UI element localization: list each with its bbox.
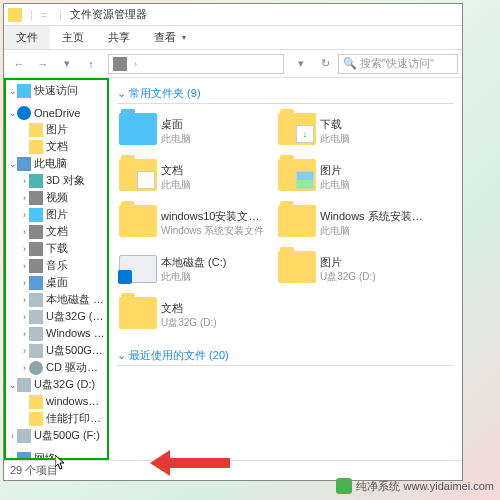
tree-item[interactable]: ›Windows 系统安装文件 — [6, 325, 107, 342]
tile-sub: U盘32G (D:) — [320, 270, 429, 284]
tree-item[interactable]: ⌄快速访问 — [6, 82, 107, 99]
tree-item[interactable]: 图片 — [6, 121, 107, 138]
tree-item[interactable]: ›CD 驱动器 (G:) HiSuite — [6, 359, 107, 376]
ic-folder-icon — [29, 123, 43, 137]
expander-icon[interactable]: ⌄ — [8, 108, 17, 118]
expander-icon[interactable]: ⌄ — [8, 380, 17, 390]
tree-item[interactable]: ›文档 — [6, 223, 107, 240]
chevron-down-icon: ⌄ — [117, 349, 129, 361]
tab-home[interactable]: 主页 — [50, 26, 96, 49]
tile-name: 文档 — [161, 301, 270, 316]
tree-item[interactable]: ›本地磁盘 (C:) — [6, 291, 107, 308]
tab-file[interactable]: 文件 — [4, 26, 50, 49]
tile-sub: 此电脑 — [161, 270, 270, 284]
folder-icon — [8, 8, 22, 22]
tree-item[interactable]: ⌄U盘32G (D:) — [6, 376, 107, 393]
body: ⌄快速访问⌄OneDrive图片文档⌄此电脑›3D 对象›视频›图片›文档›下载… — [4, 78, 462, 460]
ic-music-icon — [29, 259, 43, 273]
tab-share[interactable]: 共享 — [96, 26, 142, 49]
tile-name: 文档 — [161, 163, 270, 178]
folder-tile[interactable]: 文档U盘32G (D:) — [117, 294, 272, 336]
folder-tile[interactable]: 图片此电脑 — [276, 156, 431, 198]
tree-item[interactable]: ›下载 — [6, 240, 107, 257]
tree-label: 文档 — [46, 139, 68, 154]
expander-icon[interactable]: › — [20, 295, 29, 305]
ic-drive-icon — [29, 293, 43, 307]
tree-label: U盘500G (F:) — [34, 428, 100, 443]
folder-icon — [119, 297, 157, 333]
expander-icon[interactable]: ⌄ — [8, 86, 17, 96]
expander-icon[interactable]: › — [20, 210, 29, 220]
expander-icon[interactable]: ⌄ — [8, 159, 17, 169]
tree-label: 此电脑 — [34, 156, 67, 171]
expander-icon[interactable]: › — [20, 227, 29, 237]
tree-item[interactable]: ›U盘32G (D:) — [6, 308, 107, 325]
chevron-down-icon[interactable]: ▾ — [182, 33, 186, 42]
address-bar[interactable]: › — [108, 54, 284, 74]
ic-pic-icon — [29, 208, 43, 222]
tile-sub: 此电脑 — [320, 224, 429, 238]
back-button[interactable]: ← — [8, 53, 30, 75]
folder-tile[interactable]: windows10安装文件夹Windows 系统安装文件 — [117, 202, 272, 244]
folder-tile[interactable]: ↓下载此电脑 — [276, 110, 431, 152]
expander-icon[interactable]: › — [20, 346, 29, 356]
tree-label: 下载 — [46, 241, 68, 256]
tree-item[interactable]: ›3D 对象 — [6, 172, 107, 189]
folder-tile[interactable]: 图片U盘32G (D:) — [276, 248, 431, 290]
expander-icon[interactable]: › — [20, 312, 29, 322]
tree-item[interactable]: 文档 — [6, 138, 107, 155]
expander-icon[interactable]: › — [20, 363, 29, 373]
expander-icon[interactable]: › — [20, 193, 29, 203]
chevron-right-icon: › — [134, 59, 137, 69]
tree-item[interactable]: windows10安装文件 — [6, 393, 107, 410]
tree-item[interactable]: ›网络 — [6, 450, 107, 460]
watermark-text: 纯净系统 www.yidaimei.com — [356, 479, 494, 494]
tree-item[interactable]: ⌄OneDrive — [6, 105, 107, 121]
section-frequent[interactable]: ⌄ 常用文件夹 (9) — [117, 84, 454, 104]
tree-item[interactable]: ›U盘500G (F:) — [6, 427, 107, 444]
expander-icon[interactable]: › — [20, 261, 29, 271]
content-pane: ⌄ 常用文件夹 (9) 桌面此电脑↓下载此电脑文档此电脑图片此电脑windows… — [109, 78, 462, 460]
tile-name: Windows 系统安装文件 — [320, 209, 429, 224]
folder-icon: ↓ — [278, 113, 316, 149]
folder-tile[interactable]: 桌面此电脑 — [117, 110, 272, 152]
tree-label: U盘500G (F:) — [46, 343, 105, 358]
tree-item[interactable]: ›图片 — [6, 206, 107, 223]
tree-label: 文档 — [46, 224, 68, 239]
tree-label: 音乐 — [46, 258, 68, 273]
folder-tile[interactable]: Windows 系统安装文件此电脑 — [276, 202, 431, 244]
forward-button[interactable]: → — [32, 53, 54, 75]
up-button[interactable]: ↑ — [80, 53, 102, 75]
expander-icon[interactable]: › — [20, 278, 29, 288]
tree-label: windows10安装文件 — [46, 394, 105, 409]
recent-dropdown[interactable]: ▾ — [56, 53, 78, 75]
ic-folder-icon — [29, 140, 43, 154]
search-placeholder: 搜索"快速访问" — [360, 56, 434, 71]
tile-sub: U盘32G (D:) — [161, 316, 270, 330]
search-input[interactable]: 🔍 搜索"快速访问" — [338, 54, 458, 74]
tree-item[interactable]: ⌄此电脑 — [6, 155, 107, 172]
tree-label: 佳能打印机驱动程序 — [46, 411, 105, 426]
tree-item[interactable]: ›视频 — [6, 189, 107, 206]
section-recent[interactable]: ⌄ 最近使用的文件 (20) — [117, 346, 454, 366]
expander-icon[interactable]: › — [8, 431, 17, 441]
refresh-button[interactable]: ↻ — [314, 53, 336, 75]
expander-icon[interactable]: › — [20, 244, 29, 254]
search-icon: 🔍 — [343, 57, 357, 70]
tree-item[interactable]: ›音乐 — [6, 257, 107, 274]
folder-tile[interactable]: 本地磁盘 (C:)此电脑 — [117, 248, 272, 290]
titlebar-eq: = — [41, 9, 47, 21]
expander-icon[interactable]: › — [20, 329, 29, 339]
tree-item[interactable]: 佳能打印机驱动程序 — [6, 410, 107, 427]
ic-pc-icon — [17, 157, 31, 171]
quickaccess-icon — [113, 57, 127, 71]
tree-item[interactable]: ›桌面 — [6, 274, 107, 291]
expander-icon[interactable]: › — [20, 176, 29, 186]
folder-tile[interactable]: 文档此电脑 — [117, 156, 272, 198]
tree-item[interactable]: ›U盘500G (F:) — [6, 342, 107, 359]
chevron-down-icon: ⌄ — [117, 87, 129, 99]
dropdown-button[interactable]: ▾ — [290, 53, 312, 75]
ic-cloud-icon — [17, 106, 31, 120]
titlebar-sep: ｜ — [26, 7, 37, 22]
folder-icon — [119, 159, 157, 195]
